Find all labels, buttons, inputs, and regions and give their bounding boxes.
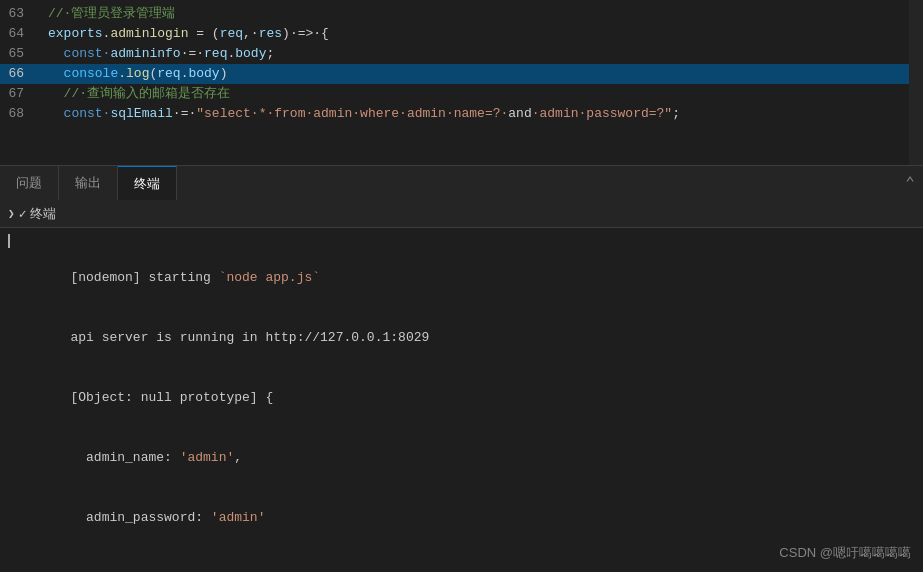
comment-text: //·管理员登录管理端 [48, 6, 175, 21]
code-line-67: 67 //·查询输入的邮箱是否存在 [0, 84, 923, 104]
terminal-line-5: admin_password: 'admin' [8, 488, 915, 548]
terminal-cursor-line [8, 234, 915, 248]
line-content-68: const·sqlEmail·=·"select·*·from·admin·wh… [40, 104, 923, 124]
terminal-body[interactable]: [nodemon] starting `node app.js` api ser… [0, 228, 923, 572]
tab-terminal[interactable]: 终端 [118, 166, 177, 200]
main-container: 63 //·管理员登录管理端 64 exports.adminlogin = (… [0, 0, 923, 572]
collapse-panel-button[interactable]: ⌃ [905, 173, 915, 193]
terminal-line-1: [nodemon] starting `node app.js` [8, 248, 915, 308]
tab-output-label: 输出 [75, 174, 101, 192]
terminal-line-3: [Object: null prototype] { [8, 368, 915, 428]
terminal-header: ❯ ✓ 终端 [0, 200, 923, 228]
adminlogin-func: adminlogin [110, 26, 188, 41]
line-content-63: //·管理员登录管理端 [40, 4, 923, 24]
tab-problems[interactable]: 问题 [0, 166, 59, 200]
terminal-section: ❯ ✓ 终端 [nodemon] starting `node app.js` … [0, 200, 923, 572]
line-number-67: 67 [0, 84, 40, 104]
editor-section: 63 //·管理员登录管理端 64 exports.adminlogin = (… [0, 0, 923, 165]
code-line-66: 66 console.log(req.body) [0, 64, 923, 84]
watermark: CSDN @嗯吁噶噶噶噶 [779, 544, 911, 562]
line-number-66: 66 [0, 64, 40, 84]
scrollbar-editor[interactable] [909, 0, 923, 165]
line-number-68: 68 [0, 104, 40, 124]
cursor-indicator [8, 234, 10, 248]
comment-67: //·查询输入的邮箱是否存在 [64, 86, 230, 101]
line-number-63: 63 [0, 4, 40, 24]
line-content-66: console.log(req.body) [40, 64, 923, 84]
code-line-63: 63 //·管理员登录管理端 [0, 4, 923, 24]
line-number-65: 65 [0, 44, 40, 64]
code-line-64: 64 exports.adminlogin = (req,·res)·=>·{ [0, 24, 923, 44]
line-number-64: 64 [0, 24, 40, 44]
code-line-68: 68 const·sqlEmail·=·"select·*·from·admin… [0, 104, 923, 124]
terminal-line-4: admin_name: 'admin', [8, 428, 915, 488]
tab-bar: 问题 输出 终端 ⌃ [0, 165, 923, 200]
tab-problems-label: 问题 [16, 174, 42, 192]
watermark-text: CSDN @嗯吁噶噶噶噶 [779, 545, 911, 560]
tab-terminal-label: 终端 [134, 175, 160, 193]
line-content-67: //·查询输入的邮箱是否存在 [40, 84, 923, 104]
terminal-line-2: api server is running in http://127.0.0.… [8, 308, 915, 368]
code-line-65: 65 const·admininfo·=·req.body; [0, 44, 923, 64]
tab-output[interactable]: 输出 [59, 166, 118, 200]
code-lines: 63 //·管理员登录管理端 64 exports.adminlogin = (… [0, 0, 923, 128]
terminal-title: 终端 [30, 205, 56, 223]
chevron-icon: ❯ [8, 207, 15, 220]
line-content-65: const·admininfo·=·req.body; [40, 44, 923, 64]
check-icon: ✓ [19, 206, 27, 222]
line-content-64: exports.adminlogin = (req,·res)·=>·{ [40, 24, 923, 44]
exports-var: exports [48, 26, 103, 41]
